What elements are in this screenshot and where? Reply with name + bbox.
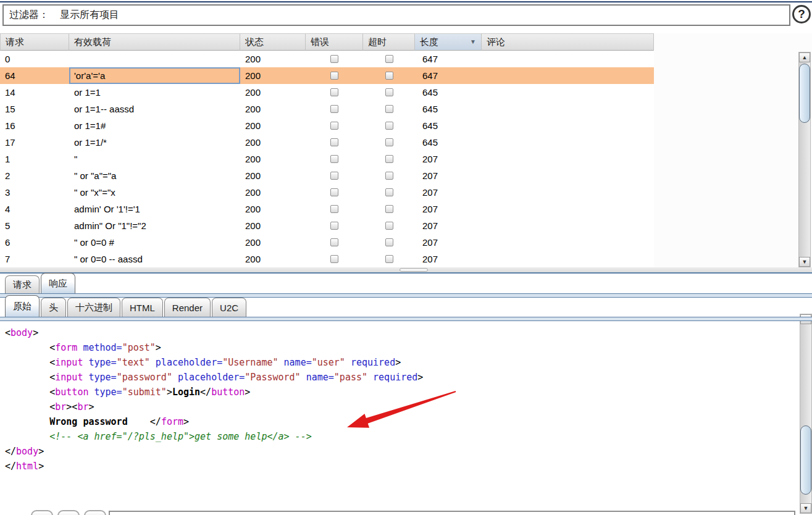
cell-error-checkbox[interactable] — [330, 255, 338, 263]
cell-timeout-checkbox[interactable] — [385, 55, 393, 63]
cell-comment — [482, 151, 654, 167]
cell-status: 200 — [240, 251, 306, 267]
cell-length: 645 — [415, 134, 482, 151]
pane-splitter[interactable] — [0, 267, 812, 272]
splitter-grip[interactable] — [400, 268, 428, 272]
cell-timeout-checkbox[interactable] — [385, 172, 393, 180]
cell-error-checkbox[interactable] — [330, 88, 338, 96]
view-tab-hex[interactable]: 十六进制 — [67, 298, 120, 317]
cell-timeout-checkbox[interactable] — [385, 188, 393, 196]
table-row[interactable]: 4admin' Or '1'!='1200207 — [0, 201, 654, 217]
message-tab-request[interactable]: 请求 — [5, 275, 40, 293]
column-header-length[interactable]: 长度▼ — [415, 33, 482, 51]
column-header-timeout[interactable]: 超时 — [363, 33, 415, 51]
table-row[interactable]: 0200647 — [0, 51, 654, 67]
table-row[interactable]: 5admin" Or "1"!="2200207 — [0, 217, 654, 234]
response-scrollbar[interactable]: ▲ ▼ — [800, 314, 812, 514]
table-row[interactable]: 2" or "a"="a200207 — [0, 167, 654, 184]
bottom-button-3[interactable] — [84, 510, 106, 515]
cell-status: 200 — [240, 51, 306, 67]
cell-length: 645 — [415, 101, 482, 117]
cell-timeout-checkbox[interactable] — [385, 138, 393, 146]
view-tab-headers[interactable]: 头 — [41, 298, 66, 317]
cell-error-checkbox[interactable] — [330, 172, 338, 180]
column-header-label: 错误 — [311, 36, 329, 48]
cell-timeout — [363, 217, 415, 234]
view-tab-html[interactable]: HTML — [122, 298, 163, 317]
response-raw-view[interactable]: <body> <form method="post"> <input type=… — [0, 321, 798, 506]
cell-error-checkbox[interactable] — [330, 238, 338, 246]
help-icon[interactable]: ? — [792, 5, 811, 23]
cell-comment — [482, 201, 654, 217]
table-row[interactable]: 1"200207 — [0, 151, 654, 167]
cell-status: 200 — [240, 217, 306, 234]
view-tab-render[interactable]: Render — [164, 298, 211, 317]
cell-timeout — [363, 184, 415, 201]
filter-bar[interactable]: 过滤器： 显示所有项目 — [2, 4, 790, 26]
table-row[interactable]: 15or 1=1-- aassd200645 — [0, 101, 654, 117]
column-header-payload[interactable]: 有效载荷 — [69, 33, 240, 51]
cell-timeout-checkbox[interactable] — [385, 255, 393, 263]
cell-timeout-checkbox[interactable] — [385, 222, 393, 230]
scroll-down-icon[interactable]: ▼ — [800, 503, 811, 513]
search-input[interactable] — [109, 511, 795, 515]
cell-status: 200 — [240, 234, 306, 251]
scroll-down-icon[interactable]: ▼ — [799, 257, 810, 267]
table-scrollbar[interactable]: ▲ ▼ — [798, 52, 811, 267]
cell-timeout-checkbox[interactable] — [385, 238, 393, 246]
cell-timeout-checkbox[interactable] — [385, 122, 393, 130]
cell-timeout — [363, 201, 415, 217]
cell-status: 200 — [240, 167, 306, 184]
table-row[interactable]: 3" or "x"="x200207 — [0, 184, 654, 201]
table-row[interactable]: 64'or'a'='a200647 — [0, 67, 654, 84]
message-tab-response[interactable]: 响应 — [41, 273, 75, 293]
cell-request: 16 — [0, 117, 69, 134]
column-header-error[interactable]: 错误 — [306, 33, 363, 51]
cell-timeout — [363, 234, 415, 251]
cell-error-checkbox[interactable] — [330, 188, 338, 196]
column-header-label: 评论 — [487, 36, 505, 48]
cell-error — [306, 217, 363, 234]
cell-timeout-checkbox[interactable] — [385, 155, 393, 163]
bottom-button-1[interactable] — [31, 510, 53, 515]
cell-error-checkbox[interactable] — [330, 138, 338, 146]
table-row[interactable]: 14or 1=1200645 — [0, 84, 654, 101]
cell-timeout-checkbox[interactable] — [385, 88, 393, 96]
cell-error-checkbox[interactable] — [330, 55, 338, 63]
scrollbar-thumb[interactable] — [800, 425, 811, 495]
code-line: <input type="password" placeholder="Pass… — [5, 370, 793, 385]
table-header-row: 请求有效载荷状态错误超时长度▼评论 — [0, 33, 654, 51]
cell-error — [306, 117, 363, 134]
table-row[interactable]: 16or 1=1#200645 — [0, 117, 654, 134]
cell-error — [306, 201, 363, 217]
cell-comment — [482, 251, 654, 267]
table-row[interactable]: 6" or 0=0 #200207 — [0, 234, 654, 251]
cell-payload: " or 0=0 -- aassd — [69, 251, 240, 267]
cell-error-checkbox[interactable] — [330, 155, 338, 163]
bottom-button-2[interactable] — [57, 510, 80, 515]
view-tab-raw[interactable]: 原始 — [5, 295, 40, 317]
cell-error-checkbox[interactable] — [330, 72, 338, 80]
cell-status: 200 — [240, 151, 306, 167]
view-tab-u2c[interactable]: U2C — [212, 298, 246, 317]
column-header-request[interactable]: 请求 — [0, 33, 69, 51]
cell-error-checkbox[interactable] — [330, 222, 338, 230]
cell-timeout-checkbox[interactable] — [385, 105, 393, 113]
cell-timeout-checkbox[interactable] — [385, 72, 393, 80]
cell-timeout — [363, 167, 415, 184]
cell-error — [306, 101, 363, 117]
scroll-up-icon[interactable]: ▲ — [799, 52, 810, 62]
table-row[interactable]: 17or 1=1/*200645 — [0, 134, 654, 151]
table-row[interactable]: 7" or 0=0 -- aassd200207 — [0, 251, 654, 267]
cell-timeout-checkbox[interactable] — [385, 205, 393, 213]
cell-payload: or 1=1-- aassd — [69, 101, 240, 117]
cell-error-checkbox[interactable] — [330, 122, 338, 130]
column-header-comment[interactable]: 评论 — [482, 33, 654, 51]
cell-payload: " or 0=0 # — [69, 234, 240, 251]
column-header-status[interactable]: 状态 — [240, 33, 306, 51]
cell-error-checkbox[interactable] — [330, 105, 338, 113]
cell-timeout — [363, 251, 415, 267]
scrollbar-thumb[interactable] — [799, 64, 810, 123]
cell-error-checkbox[interactable] — [330, 205, 338, 213]
code-line: <button type="submit">Login</button> — [5, 385, 793, 400]
